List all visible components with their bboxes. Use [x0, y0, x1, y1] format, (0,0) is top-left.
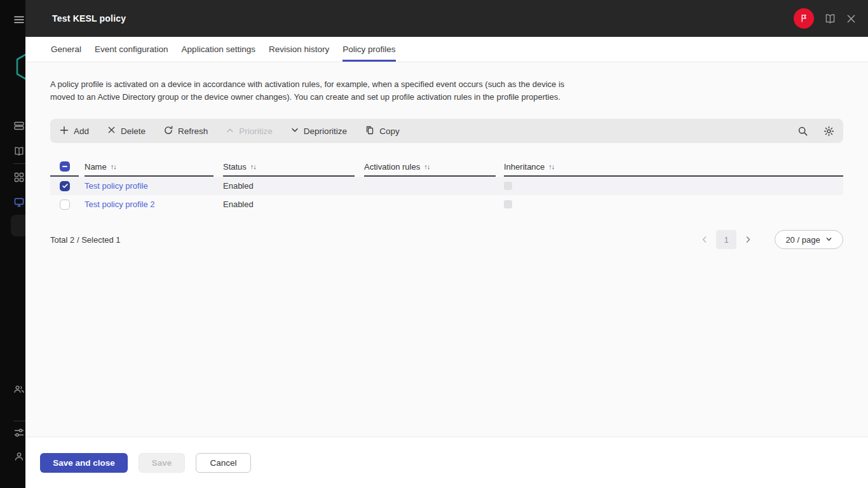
- sort-arrows-icon[interactable]: ↑↓: [111, 163, 116, 170]
- users-icon[interactable]: [13, 384, 25, 398]
- row-checkbox[interactable]: [60, 181, 70, 191]
- cancel-button[interactable]: Cancel: [196, 453, 251, 473]
- table-header-row: Name ↑↓ Status ↑↓ Activation rules ↑↓ In…: [50, 158, 843, 177]
- chevron-left-icon[interactable]: [697, 236, 712, 243]
- window-footer: Save and close Save Cancel: [25, 437, 868, 488]
- tab-policy-profiles[interactable]: Policy profiles: [342, 37, 395, 62]
- column-header-status[interactable]: Status ↑↓: [223, 158, 355, 177]
- search-icon[interactable]: [797, 126, 808, 137]
- save-and-close-button[interactable]: Save and close: [40, 453, 128, 473]
- current-page-button[interactable]: 1: [716, 230, 736, 249]
- tab-event-configuration[interactable]: Event configuration: [95, 37, 168, 62]
- grid-icon[interactable]: [13, 172, 25, 186]
- profile-link[interactable]: Test policy profile: [85, 181, 148, 191]
- tab-revision-history[interactable]: Revision history: [269, 37, 329, 62]
- delete-button[interactable]: Delete: [107, 125, 146, 137]
- chevron-up-icon: [226, 126, 234, 137]
- refresh-button[interactable]: Refresh: [163, 125, 208, 137]
- selection-summary: Total 2 / Selected 1: [50, 235, 121, 245]
- close-icon[interactable]: [846, 14, 856, 24]
- chevron-down-icon: [825, 235, 832, 245]
- copy-button[interactable]: Copy: [365, 125, 400, 137]
- column-header-activation-rules[interactable]: Activation rules ↑↓: [364, 158, 496, 177]
- sidebar-divider: [13, 163, 25, 164]
- book-icon[interactable]: [824, 13, 836, 25]
- inheritance-checkbox-disabled: [504, 200, 512, 208]
- sort-arrows-icon[interactable]: ↑↓: [250, 163, 256, 170]
- chevron-right-icon[interactable]: [740, 236, 756, 243]
- column-header-name[interactable]: Name ↑↓: [85, 158, 214, 177]
- prioritize-button[interactable]: Prioritize: [226, 126, 273, 137]
- table-row[interactable]: Test policy profile Enabled: [50, 177, 843, 195]
- sidebar-divider: [13, 421, 25, 421]
- user-icon[interactable]: [13, 451, 25, 465]
- policy-profiles-description: A policy profile is activated on a devic…: [50, 78, 868, 104]
- add-button[interactable]: Add: [59, 125, 89, 137]
- tab-general[interactable]: General: [51, 37, 81, 62]
- copy-icon: [365, 125, 375, 137]
- policy-properties-window: Test KESL policy General Event configura…: [25, 0, 868, 488]
- profiles-toolbar: Add Delete Refresh Prioritize Deprioriti…: [50, 119, 843, 143]
- plus-icon: [59, 125, 69, 137]
- tab-application-settings[interactable]: Application settings: [182, 37, 255, 62]
- sort-arrows-icon[interactable]: ↑↓: [424, 163, 430, 170]
- sidebar-active-item[interactable]: [11, 215, 25, 236]
- menu-icon[interactable]: [13, 14, 25, 28]
- pagination-bar: Total 2 / Selected 1 1 20 / page: [50, 230, 843, 249]
- chevron-down-icon: [290, 126, 299, 137]
- monitor-icon[interactable]: [13, 196, 25, 210]
- window-title: Test KESL policy: [52, 13, 126, 24]
- flag-badge-icon[interactable]: [794, 8, 814, 29]
- tab-content: A policy profile is activated on a devic…: [25, 62, 868, 437]
- page-size-select[interactable]: 20 / page: [775, 230, 843, 249]
- profile-link[interactable]: Test policy profile 2: [85, 200, 155, 209]
- table-row[interactable]: Test policy profile 2 Enabled: [50, 195, 843, 214]
- gear-icon[interactable]: [824, 126, 834, 137]
- sort-arrows-icon[interactable]: ↑↓: [548, 163, 554, 170]
- status-cell: Enabled: [223, 181, 364, 191]
- app-sidebar: [0, 0, 25, 488]
- server-icon[interactable]: [13, 120, 25, 134]
- inheritance-checkbox-disabled: [504, 182, 512, 190]
- sliders-icon[interactable]: [13, 427, 25, 441]
- map-book-icon[interactable]: [13, 146, 25, 159]
- profiles-table: Name ↑↓ Status ↑↓ Activation rules ↑↓ In…: [50, 158, 843, 214]
- deprioritize-button[interactable]: Deprioritize: [290, 126, 347, 137]
- save-button[interactable]: Save: [139, 453, 185, 473]
- kaspersky-logo: [15, 51, 25, 85]
- window-titlebar: Test KESL policy: [25, 0, 868, 37]
- select-all-checkbox[interactable]: [60, 161, 70, 172]
- column-header-inheritance[interactable]: Inheritance ↑↓: [504, 158, 843, 177]
- application-root: Test KESL policy General Event configura…: [0, 0, 868, 488]
- refresh-icon: [163, 125, 173, 137]
- row-checkbox[interactable]: [60, 200, 70, 210]
- status-cell: Enabled: [223, 200, 364, 209]
- tab-bar: General Event configuration Application …: [25, 37, 868, 62]
- x-icon: [107, 125, 116, 137]
